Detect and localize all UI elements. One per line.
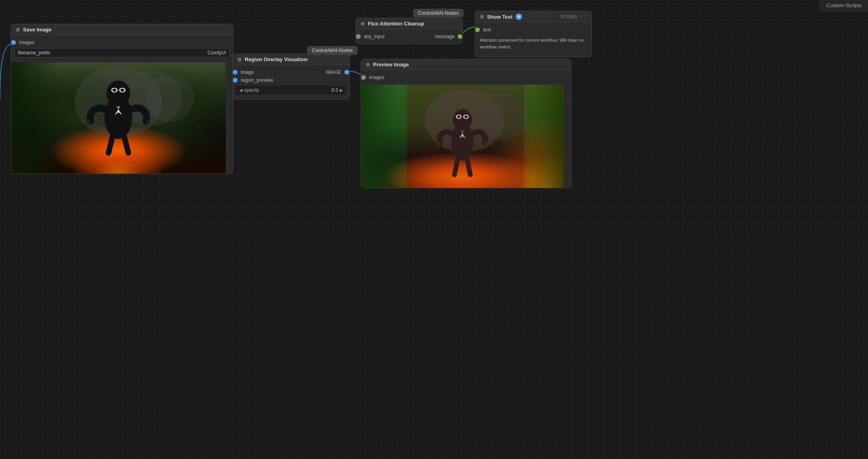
- images-label: images: [16, 40, 38, 45]
- string-icon: ⋮⋮: [579, 15, 587, 19]
- region-overlay-visualizer-node: Region Overlay Visualizer image IMAGE re…: [232, 54, 350, 100]
- region-red-center: [407, 85, 524, 188]
- text-connector[interactable]: [475, 27, 480, 32]
- message-label: message: [432, 34, 458, 39]
- region-preview-label: region_preview: [238, 77, 276, 83]
- region-preview-port-row: region_preview: [233, 76, 349, 84]
- save-image-body: images filename_prefix ComfyUI: [11, 35, 233, 62]
- flux-attention-title: Flux Attention Cleanup: [368, 21, 424, 27]
- venom-character: [87, 69, 150, 157]
- flux-attention-header: Flux Attention Cleanup: [356, 18, 462, 29]
- text-port-row: text: [475, 26, 592, 34]
- preview-images-connector[interactable]: [361, 75, 366, 80]
- opacity-arrow-left[interactable]: ◀: [239, 88, 242, 93]
- any-input-label: any_input: [361, 34, 388, 39]
- show-text-node: Show Text N STRING ⋮⋮ text Attention pre…: [475, 11, 592, 57]
- image-port-row: image IMAGE: [233, 68, 349, 76]
- text-label: text: [480, 27, 494, 33]
- image-output-label: IMAGE: [323, 69, 344, 75]
- region-yellowgreen-right: [524, 85, 564, 188]
- controlaltai-badge-bottom: ControlAltAI-Nodes: [307, 46, 358, 55]
- show-text-dot: [480, 15, 484, 19]
- save-image-title: Save Image: [23, 27, 52, 33]
- preview-images-port-row: images: [361, 73, 571, 81]
- preview-image-node: Preview Image images: [361, 59, 571, 188]
- save-image-node: Save Image images filename_prefix ComfyU…: [11, 24, 233, 174]
- svg-point-1: [106, 81, 130, 106]
- image-input-connector[interactable]: [233, 70, 238, 75]
- show-text-n-icon: N: [516, 14, 522, 20]
- custom-scripts-label: Custom-Scripts: [820, 0, 868, 11]
- flux-attention-cleanup-node: Flux Attention Cleanup any_input message: [356, 18, 463, 44]
- filename-prefix-comfyui: ComfyUI: [207, 50, 226, 56]
- preview-images-label: images: [366, 75, 388, 80]
- filename-prefix-field[interactable]: filename_prefix ComfyUI: [14, 48, 230, 58]
- svg-point-5: [120, 89, 124, 92]
- preview-image-title: Preview Image: [373, 62, 409, 68]
- preview-image-body: images: [361, 70, 571, 85]
- image-output-connector[interactable]: [344, 70, 349, 75]
- region-overlay-title: Region Overlay Visualizer: [245, 56, 308, 62]
- flux-attention-body: any_input message: [356, 29, 462, 44]
- preview-image-header: Preview Image: [361, 59, 571, 70]
- region-overlay-dot: [238, 58, 242, 62]
- save-image-preview: [11, 62, 233, 174]
- preview-image-dot: [366, 63, 370, 67]
- controlaltai-badge-top: ControlAltAI-Nodes: [413, 9, 464, 17]
- region-green-left: [361, 85, 407, 188]
- image-input-label: image: [238, 69, 257, 75]
- region-preview-connector[interactable]: [233, 78, 238, 83]
- flux-attention-dot: [361, 22, 365, 26]
- filename-prefix-row: filename_prefix ComfyUI: [14, 48, 230, 58]
- any-input-connector[interactable]: [356, 34, 361, 39]
- show-text-body: text Attention preserved for current wor…: [475, 23, 592, 57]
- flux-port-row: any_input message: [356, 33, 462, 40]
- opacity-arrow-right[interactable]: ▶: [340, 88, 343, 93]
- preview-canvas: [361, 85, 564, 188]
- opacity-label: opacity: [244, 87, 330, 93]
- string-badge: STRING ⋮⋮: [561, 14, 587, 19]
- images-connector[interactable]: [11, 40, 16, 45]
- opacity-slider-row: ◀ opacity 0.3 ▶: [236, 86, 346, 94]
- opacity-value: 0.3: [331, 87, 338, 93]
- filename-prefix-value: filename_prefix: [18, 50, 50, 56]
- svg-point-4: [112, 89, 116, 92]
- venom-image: [11, 62, 226, 174]
- show-text-title: Show Text: [487, 14, 512, 20]
- show-text-output: Attention preserved for current workflow…: [475, 34, 592, 54]
- save-image-images-port: images: [11, 39, 233, 46]
- region-overlay-header: Region Overlay Visualizer: [233, 54, 349, 65]
- region-overlay-body: image IMAGE region_preview ◀ opacity 0.3…: [233, 65, 349, 99]
- save-image-header: Save Image: [11, 24, 233, 35]
- message-connector[interactable]: [458, 34, 462, 39]
- show-text-header: Show Text N STRING ⋮⋮: [475, 11, 592, 23]
- string-label: STRING: [561, 14, 577, 19]
- save-image-status-dot: [16, 28, 20, 32]
